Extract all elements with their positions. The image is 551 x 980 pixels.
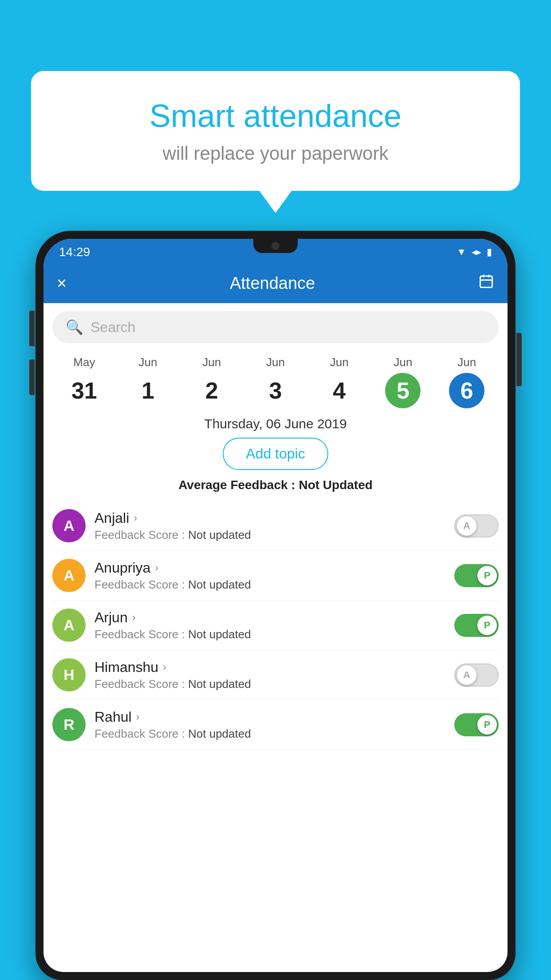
toggle-knob-0: A xyxy=(457,516,476,536)
student-info-1: Anupriya ›Feedback Score : Not updated xyxy=(94,560,445,592)
cal-month-6: Jun xyxy=(457,356,476,369)
calendar-day-1[interactable]: Jun1 xyxy=(116,356,180,408)
search-bar[interactable]: 🔍 Search xyxy=(52,311,499,343)
power-button[interactable] xyxy=(516,333,522,386)
chevron-icon: › xyxy=(163,661,166,673)
toggle-knob-1: P xyxy=(477,566,497,585)
cal-month-0: May xyxy=(73,356,95,369)
average-feedback: Average Feedback : Not Updated xyxy=(43,478,508,492)
cal-date-6[interactable]: 6 xyxy=(449,373,484,408)
cal-date-0[interactable]: 31 xyxy=(67,373,102,408)
student-item-1[interactable]: AAnupriya ›Feedback Score : Not updatedP xyxy=(52,551,499,601)
student-feedback-4: Feedback Score : Not updated xyxy=(94,727,445,741)
calendar-icon[interactable] xyxy=(478,273,494,293)
chevron-icon: › xyxy=(155,561,158,574)
attendance-toggle-1[interactable]: P xyxy=(454,564,499,587)
toggle-knob-4: P xyxy=(477,715,497,735)
phone-screen: 14:29 ▼ ◂▸ ▮ × Attendance 🔍 S xyxy=(43,239,508,972)
calendar-day-4[interactable]: Jun4 xyxy=(307,356,371,408)
student-list: AAnjali ›Feedback Score : Not updatedAAA… xyxy=(43,501,508,750)
phone-frame: 14:29 ▼ ◂▸ ▮ × Attendance 🔍 S xyxy=(35,231,516,980)
student-info-0: Anjali ›Feedback Score : Not updated xyxy=(94,510,445,542)
toggle-knob-3: A xyxy=(457,665,476,685)
calendar-day-2[interactable]: Jun2 xyxy=(180,356,244,408)
speech-bubble-title: Smart attendance xyxy=(67,98,484,134)
attendance-toggle-0[interactable]: A xyxy=(454,514,499,537)
avg-feedback-value: Not Updated xyxy=(299,478,372,492)
student-name-3: Himanshu › xyxy=(94,659,445,676)
student-feedback-0: Feedback Score : Not updated xyxy=(94,528,445,542)
student-name-1: Anupriya › xyxy=(94,560,445,576)
calendar-day-3[interactable]: Jun3 xyxy=(244,356,307,408)
student-name-4: Rahul › xyxy=(94,709,445,725)
student-avatar-4: R xyxy=(52,708,86,741)
attendance-toggle-3[interactable]: A xyxy=(454,664,499,687)
student-info-2: Arjun ›Feedback Score : Not updated xyxy=(94,609,445,641)
student-item-3[interactable]: HHimanshu ›Feedback Score : Not updatedA xyxy=(52,650,499,700)
calendar-day-5[interactable]: Jun5 xyxy=(371,356,435,408)
student-item-4[interactable]: RRahul ›Feedback Score : Not updatedP xyxy=(52,700,499,750)
student-feedback-2: Feedback Score : Not updated xyxy=(94,628,445,641)
cal-month-2: Jun xyxy=(202,356,221,369)
signal-icon: ◂▸ xyxy=(472,246,481,258)
chevron-icon: › xyxy=(136,711,140,723)
cal-month-1: Jun xyxy=(139,356,157,369)
svg-rect-0 xyxy=(480,276,492,288)
speech-bubble-container: Smart attendance will replace your paper… xyxy=(31,71,520,191)
status-time: 14:29 xyxy=(59,245,90,259)
student-name-2: Arjun › xyxy=(94,609,445,626)
calendar-day-6[interactable]: Jun6 xyxy=(435,356,499,408)
student-item-2[interactable]: AArjun ›Feedback Score : Not updatedP xyxy=(52,601,499,650)
phone-notch xyxy=(253,239,298,253)
student-avatar-3: H xyxy=(52,658,86,692)
student-info-3: Himanshu ›Feedback Score : Not updated xyxy=(94,659,445,691)
volume-up-button[interactable] xyxy=(29,311,35,346)
status-icons: ▼ ◂▸ ▮ xyxy=(457,246,492,258)
volume-down-button[interactable] xyxy=(29,360,35,395)
student-feedback-3: Feedback Score : Not updated xyxy=(94,677,445,691)
calendar-day-0[interactable]: May31 xyxy=(52,356,116,408)
cal-month-5: Jun xyxy=(394,356,412,369)
student-avatar-2: A xyxy=(52,609,86,642)
toggle-knob-2: P xyxy=(477,616,497,635)
search-icon: 🔍 xyxy=(66,319,83,336)
attendance-toggle-2[interactable]: P xyxy=(454,614,499,637)
front-camera xyxy=(272,242,279,250)
header-title: Attendance xyxy=(230,274,315,293)
cal-month-4: Jun xyxy=(330,356,349,369)
cal-month-3: Jun xyxy=(266,356,285,369)
student-info-4: Rahul ›Feedback Score : Not updated xyxy=(94,709,445,741)
student-avatar-0: A xyxy=(52,509,86,542)
wifi-icon: ▼ xyxy=(457,246,466,258)
student-name-0: Anjali › xyxy=(94,510,445,526)
attendance-toggle-4[interactable]: P xyxy=(454,713,499,736)
student-feedback-1: Feedback Score : Not updated xyxy=(94,578,445,592)
chevron-icon: › xyxy=(134,512,137,524)
student-avatar-1: A xyxy=(52,559,86,592)
avg-feedback-label: Average Feedback : xyxy=(178,478,299,492)
chevron-icon: › xyxy=(132,611,136,624)
close-button[interactable]: × xyxy=(57,274,67,293)
cal-date-5[interactable]: 5 xyxy=(385,373,421,408)
speech-bubble: Smart attendance will replace your paper… xyxy=(31,71,520,191)
cal-date-1[interactable]: 1 xyxy=(130,373,166,408)
student-item-0[interactable]: AAnjali ›Feedback Score : Not updatedA xyxy=(52,501,499,551)
battery-icon: ▮ xyxy=(487,246,492,258)
cal-date-4[interactable]: 4 xyxy=(322,373,357,408)
calendar-strip: May31Jun1Jun2Jun3Jun4Jun5Jun6 xyxy=(43,351,508,413)
app-header: × Attendance xyxy=(43,263,508,303)
add-topic-button[interactable]: Add topic xyxy=(223,438,328,470)
search-input[interactable]: Search xyxy=(91,319,135,336)
cal-date-2[interactable]: 2 xyxy=(194,373,229,408)
selected-date-label: Thursday, 06 June 2019 xyxy=(43,413,508,438)
speech-bubble-subtitle: will replace your paperwork xyxy=(67,143,484,164)
cal-date-3[interactable]: 3 xyxy=(258,373,293,408)
